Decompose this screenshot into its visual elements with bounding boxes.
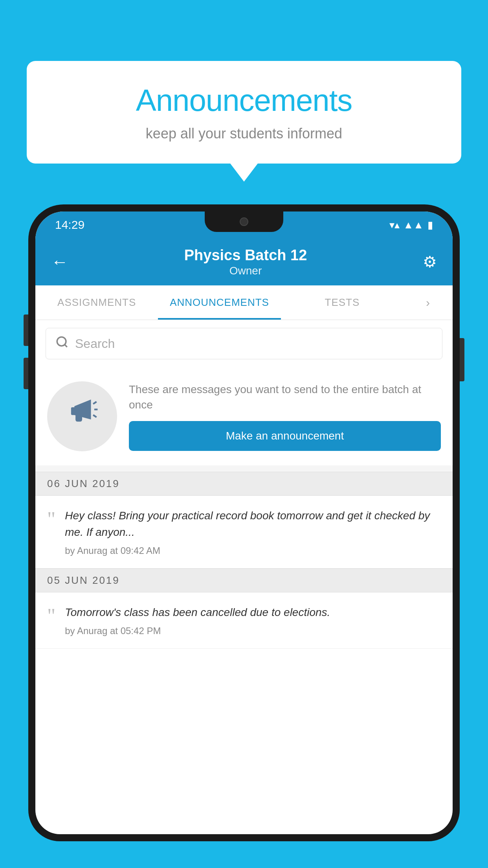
- tabs-bar: ASSIGNMENTS ANNOUNCEMENTS TESTS ›: [35, 285, 453, 320]
- announcement-text-2: Tomorrow's class has been cancelled due …: [65, 604, 441, 621]
- tab-assignments[interactable]: ASSIGNMENTS: [35, 285, 158, 320]
- announcement-icon-circle: [47, 381, 117, 451]
- speech-bubble-container: Announcements keep all your students inf…: [27, 61, 461, 164]
- phone-screen: 14:29 ▾▴ ▲▲ ▮ ← Physics Batch 12 Owner ⚙: [35, 211, 453, 834]
- power-button[interactable]: [460, 338, 464, 381]
- svg-point-0: [57, 337, 66, 346]
- announcement-cta-description: These are messages you want to send to t…: [129, 382, 441, 412]
- megaphone-icon: [64, 395, 100, 438]
- tab-more[interactable]: ›: [404, 285, 453, 320]
- app-bar-title-group: Physics Batch 12 Owner: [68, 247, 423, 277]
- announcement-text-1: Hey class! Bring your practical record b…: [65, 508, 441, 541]
- status-time: 14:29: [55, 218, 84, 232]
- settings-icon[interactable]: ⚙: [423, 253, 437, 271]
- announcement-item-2[interactable]: " Tomorrow's class has been cancelled du…: [35, 592, 453, 649]
- search-container: Search: [35, 320, 453, 367]
- battery-icon: ▮: [427, 219, 433, 231]
- announcement-cta-right: These are messages you want to send to t…: [129, 382, 441, 451]
- quote-icon-2: ": [47, 606, 55, 626]
- phone-notch: [205, 211, 283, 232]
- svg-line-5: [93, 415, 96, 417]
- announcement-meta-2: by Anurag at 05:42 PM: [65, 625, 441, 636]
- signal-icon: ▲▲: [404, 219, 424, 231]
- date-separator-1: 06 JUN 2019: [35, 472, 453, 496]
- tab-announcements[interactable]: ANNOUNCEMENTS: [158, 285, 281, 320]
- announcement-meta-1: by Anurag at 09:42 AM: [65, 545, 441, 556]
- speech-bubble: Announcements keep all your students inf…: [27, 61, 461, 164]
- app-bar-title: Physics Batch 12: [68, 247, 423, 264]
- app-bar: ← Physics Batch 12 Owner ⚙: [35, 238, 453, 285]
- date-separator-2: 05 JUN 2019: [35, 568, 453, 592]
- phone-camera: [240, 217, 248, 226]
- phone-container: 14:29 ▾▴ ▲▲ ▮ ← Physics Batch 12 Owner ⚙: [28, 204, 460, 868]
- search-input[interactable]: Search: [75, 337, 115, 351]
- phone-outer: 14:29 ▾▴ ▲▲ ▮ ← Physics Batch 12 Owner ⚙: [28, 204, 460, 841]
- speech-bubble-title: Announcements: [50, 83, 438, 118]
- tab-tests[interactable]: TESTS: [281, 285, 404, 320]
- volume-down-button[interactable]: [24, 358, 28, 389]
- svg-line-1: [65, 345, 67, 347]
- search-input-wrapper[interactable]: Search: [46, 328, 442, 359]
- announcement-text-group-1: Hey class! Bring your practical record b…: [65, 508, 441, 556]
- app-bar-subtitle: Owner: [68, 265, 423, 277]
- svg-line-3: [93, 401, 96, 404]
- volume-up-button[interactable]: [24, 314, 28, 346]
- back-button[interactable]: ←: [51, 252, 68, 272]
- quote-icon-1: ": [47, 509, 55, 530]
- status-icons: ▾▴ ▲▲ ▮: [389, 219, 433, 231]
- content-area: Search: [35, 320, 453, 649]
- announcement-cta-section: These are messages you want to send to t…: [35, 367, 453, 465]
- make-announcement-button[interactable]: Make an announcement: [129, 421, 441, 451]
- wifi-icon: ▾▴: [389, 219, 400, 231]
- announcement-text-group-2: Tomorrow's class has been cancelled due …: [65, 604, 441, 636]
- svg-rect-2: [71, 407, 75, 415]
- announcement-item-1[interactable]: " Hey class! Bring your practical record…: [35, 496, 453, 568]
- speech-bubble-subtitle: keep all your students informed: [50, 125, 438, 142]
- search-icon: [55, 335, 69, 352]
